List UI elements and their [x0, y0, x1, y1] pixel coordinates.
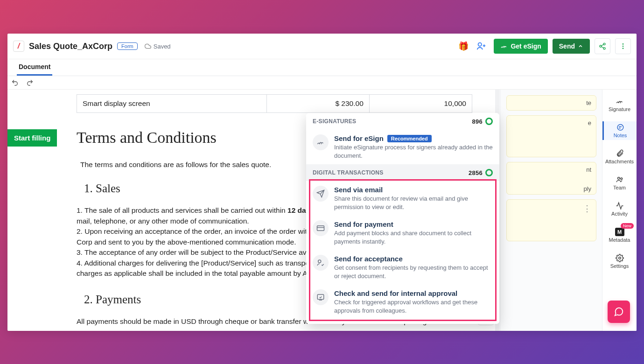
side-rail: Signature Notes Attachments Team Activit… — [602, 90, 637, 331]
dd-desc: Share this document for review via email… — [334, 195, 493, 211]
rail-attachments[interactable]: Attachments — [602, 147, 637, 166]
dd-count: 896 — [472, 118, 493, 125]
dd-desc: Get consent from recipients by requestin… — [334, 264, 493, 280]
send-button[interactable]: Send — [553, 39, 590, 54]
body: Start filling Smart display screen $ 230… — [7, 90, 637, 331]
p3: 3. The acceptance of any order will be s… — [77, 248, 334, 256]
dd-count: 2856 — [469, 169, 493, 176]
dd-head-label: E-SIGNATURES — [313, 118, 356, 125]
dd-title: Check and send for internal approval — [334, 289, 493, 297]
share-icon — [599, 42, 606, 50]
rail-label: Settings — [610, 263, 629, 269]
rail-label: Team — [613, 185, 626, 190]
p1a: 1. The sale of all products and services… — [77, 206, 287, 214]
pricing-table: Smart display screen $ 230.00 10,000 — [77, 94, 472, 113]
svg-point-0 — [478, 43, 482, 46]
svg-point-9 — [620, 178, 622, 180]
svg-point-10 — [618, 257, 621, 259]
dropdown-send-acceptance[interactable]: Send for acceptance Get consent from rec… — [306, 250, 499, 285]
svg-point-4 — [623, 43, 624, 45]
dd-desc: Add payment blocks and share document to… — [334, 229, 493, 245]
panel-frag-1: te — [586, 99, 591, 106]
redo-icon[interactable] — [26, 79, 34, 86]
dropdown-internal-approval[interactable]: Check and send for internal approval Che… — [306, 285, 499, 319]
send-dropdown: E-SIGNATURES 896 Send for eSignRecommend… — [306, 113, 499, 324]
document-title: Sales Quote_AxCorp — [29, 42, 112, 51]
dropdown-header-esign: E-SIGNATURES 896 — [306, 113, 499, 130]
rail-settings[interactable]: Settings — [602, 252, 637, 271]
saved-label: Saved — [154, 43, 171, 50]
svg-rect-11 — [317, 226, 324, 231]
dd-head-label: DIGITAL TRANSACTIONS — [313, 169, 384, 176]
dd-title: Send for acceptance — [334, 255, 493, 263]
paper-plane-icon — [313, 186, 329, 202]
dropdown-send-email[interactable]: Send via email Share this document for r… — [306, 181, 499, 216]
svg-point-1 — [603, 43, 605, 45]
price-cell: $ 230.00 — [266, 95, 369, 113]
dropdown-send-esign[interactable]: Send for eSignRecommended Initiate eSign… — [306, 130, 499, 164]
add-user-icon[interactable] — [476, 41, 486, 51]
team-icon — [615, 175, 624, 184]
gear-icon — [615, 254, 624, 262]
panel-frag-2: e — [588, 119, 591, 126]
dd-desc: Check for triggered approval workflows a… — [334, 298, 493, 315]
svg-point-8 — [617, 177, 620, 180]
gift-icon[interactable]: 🎁 — [458, 41, 469, 51]
svg-point-2 — [600, 45, 602, 47]
chevron-up-icon — [578, 43, 583, 49]
rail-metadata[interactable]: New M Metadata — [602, 226, 637, 245]
rail-signature[interactable]: Signature — [602, 95, 637, 114]
metadata-icon: M — [615, 228, 624, 236]
topbar: / Sales Quote_AxCorp Form Saved 🎁 Get eS… — [7, 34, 637, 59]
svg-point-12 — [318, 260, 321, 263]
rail-activity[interactable]: Activity — [602, 200, 637, 218]
dropdown-header-digital: DIGITAL TRANSACTIONS 2856 — [306, 164, 499, 181]
panel-section: ⋮ — [506, 199, 596, 241]
svg-rect-13 — [317, 294, 324, 300]
approval-icon — [313, 289, 329, 305]
start-filling-button[interactable]: Start filling — [7, 129, 57, 147]
kebab-icon — [619, 42, 627, 50]
chat-fab[interactable] — [608, 301, 630, 323]
app-window: / Sales Quote_AxCorp Form Saved 🎁 Get eS… — [7, 34, 637, 331]
chat-icon — [614, 307, 624, 317]
send-label: Send — [559, 42, 575, 50]
signature-icon — [313, 134, 329, 150]
form-badge: Form — [117, 42, 138, 50]
table-row: Smart display screen $ 230.00 10,000 — [77, 95, 472, 113]
rail-label: Notes — [614, 133, 627, 138]
notes-icon — [616, 123, 625, 132]
dd-desc: Initiate eSignature process for signers … — [334, 143, 493, 160]
rail-label: Signature — [609, 106, 630, 112]
signature-icon — [500, 42, 508, 50]
history-toolbar — [7, 76, 637, 90]
get-esign-label: Get eSign — [511, 42, 541, 50]
dd-title: Send via email — [334, 186, 493, 194]
dd-title: Send for payment — [334, 220, 493, 228]
user-check-icon — [313, 255, 329, 271]
activity-icon — [615, 202, 624, 210]
card-icon — [313, 220, 329, 236]
panel-section: e — [506, 115, 596, 157]
more-button[interactable] — [615, 38, 631, 54]
rail-team[interactable]: Team — [602, 174, 637, 192]
rail-notes[interactable]: Notes — [602, 121, 637, 140]
share-button[interactable] — [595, 38, 610, 54]
tab-document[interactable]: Document — [17, 59, 52, 76]
ring-icon — [485, 118, 493, 125]
signature-icon — [615, 97, 624, 105]
panel-frag-4: ply — [511, 185, 591, 192]
qty-cell: 10,000 — [369, 95, 472, 113]
cloud-icon — [144, 43, 152, 49]
rail-label: Activity — [611, 211, 628, 217]
tabs: Document — [7, 59, 637, 76]
get-esign-button[interactable]: Get eSign — [494, 39, 547, 54]
panel-body: te e nt ply ⋮ — [501, 90, 602, 331]
svg-point-5 — [623, 46, 624, 47]
panel-section: nt ply — [506, 162, 596, 195]
undo-icon[interactable] — [11, 79, 19, 86]
dropdown-send-payment[interactable]: Send for payment Add payment blocks and … — [306, 216, 499, 250]
item-cell: Smart display screen — [77, 95, 267, 113]
rail-label: Metadata — [609, 237, 630, 243]
new-badge: New — [621, 223, 634, 229]
